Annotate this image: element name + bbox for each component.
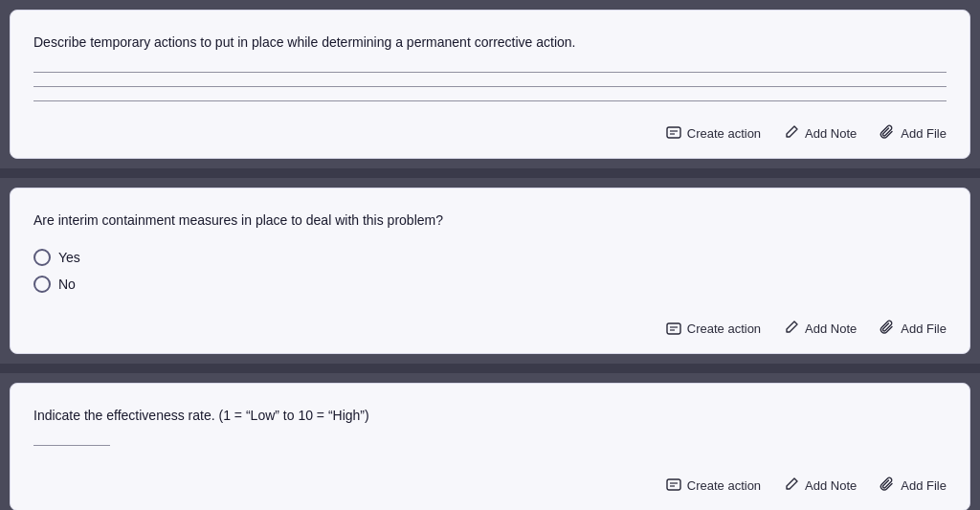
add-file-label-1: Add File (901, 126, 947, 141)
radio-group-yes-no: Yes No (33, 249, 947, 293)
svg-rect-0 (667, 127, 680, 138)
separator-2 (0, 364, 980, 373)
create-action-label-2: Create action (687, 322, 761, 336)
add-file-label-3: Add File (901, 478, 947, 493)
add-note-button-3[interactable]: Add Note (784, 477, 857, 495)
section-2-footer: Create action Add Note Add File (33, 312, 947, 338)
attach-icon-3 (880, 477, 895, 495)
separator-1 (0, 168, 980, 178)
sections-wrapper: Describe temporary actions to put in pla… (0, 0, 980, 510)
svg-rect-6 (667, 479, 680, 490)
add-note-button-1[interactable]: Add Note (784, 124, 857, 143)
section-interim-containment: Are interim containment measures in plac… (10, 188, 970, 355)
add-file-button-1[interactable]: Add File (880, 124, 947, 143)
radio-yes[interactable]: Yes (33, 249, 947, 266)
create-action-button-3[interactable]: Create action (666, 477, 761, 493)
svg-rect-3 (667, 323, 680, 334)
add-note-label-3: Add Note (805, 478, 857, 493)
radio-no[interactable]: No (33, 276, 947, 293)
section-1-description: Describe temporary actions to put in pla… (33, 33, 947, 53)
create-action-label-1: Create action (687, 126, 761, 141)
add-file-button-3[interactable]: Add File (880, 477, 947, 495)
text-line-3 (33, 100, 947, 101)
section-effectiveness-rate: Indicate the effectiveness rate. (1 = “L… (10, 383, 970, 510)
section-3-description: Indicate the effectiveness rate. (1 = “L… (33, 407, 947, 426)
text-line-1 (33, 72, 947, 73)
text-input-area[interactable] (33, 72, 947, 101)
pencil-icon-1 (784, 124, 799, 143)
create-action-icon-2 (666, 322, 681, 337)
section-2-description: Are interim containment measures in plac… (33, 211, 947, 231)
section-describe-temporary-actions: Describe temporary actions to put in pla… (10, 10, 970, 159)
add-note-label-2: Add Note (805, 322, 857, 336)
add-file-label-2: Add File (901, 322, 947, 336)
radio-yes-label: Yes (58, 250, 80, 265)
create-action-label-3: Create action (687, 478, 761, 493)
attach-icon-1 (880, 124, 895, 143)
pencil-icon-3 (784, 477, 799, 495)
radio-circle-no[interactable] (33, 276, 51, 293)
create-action-icon-3 (666, 477, 681, 493)
create-action-button-1[interactable]: Create action (666, 125, 761, 141)
attach-icon-2 (880, 320, 895, 338)
add-file-button-2[interactable]: Add File (880, 320, 947, 338)
add-note-button-2[interactable]: Add Note (784, 320, 857, 338)
add-note-label-1: Add Note (805, 126, 857, 141)
short-input-line[interactable] (33, 445, 110, 446)
create-action-button-2[interactable]: Create action (666, 322, 761, 337)
section-3-footer: Create action Add Note Add File (33, 469, 947, 495)
text-line-2 (33, 86, 947, 87)
radio-no-label: No (58, 277, 76, 292)
pencil-icon-2 (784, 320, 799, 338)
section-1-footer: Create action Add Note Add File (33, 117, 947, 143)
radio-circle-yes[interactable] (33, 249, 51, 266)
create-action-icon-1 (666, 125, 681, 141)
